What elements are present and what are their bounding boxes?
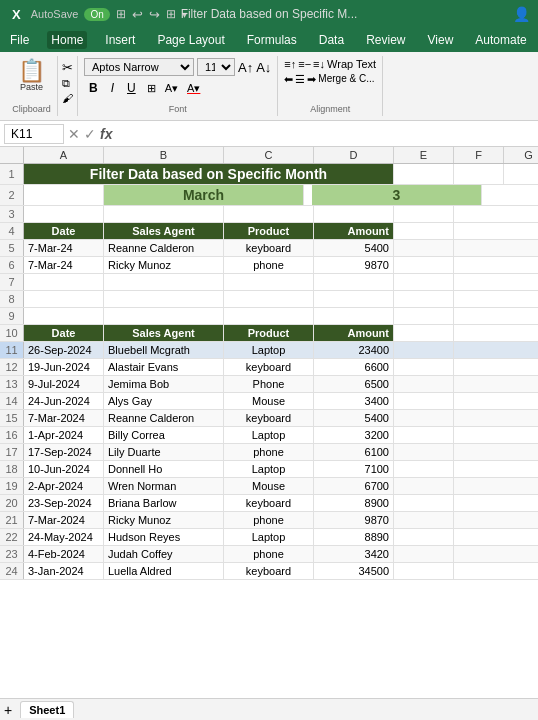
cell-23b[interactable]: Judah Coffey xyxy=(104,546,224,562)
cell-16d[interactable]: 3200 xyxy=(314,427,394,443)
autosave-toggle[interactable]: On xyxy=(84,8,109,21)
month-number-cell[interactable]: 3 xyxy=(312,185,482,205)
align-middle-icon[interactable]: ≡− xyxy=(298,58,311,70)
align-left-icon[interactable]: ⬅ xyxy=(284,73,293,86)
cell-22b[interactable]: Hudson Reyes xyxy=(104,529,224,545)
cell-19c[interactable]: Mouse xyxy=(224,478,314,494)
cell-4e[interactable] xyxy=(394,223,454,239)
cell-11d[interactable]: 23400 xyxy=(314,342,394,358)
cell-12b[interactable]: Alastair Evans xyxy=(104,359,224,375)
cell-17a[interactable]: 17-Sep-2024 xyxy=(24,444,104,460)
cell-13b[interactable]: Jemima Bob xyxy=(104,376,224,392)
format-painter-icon[interactable]: 🖌 xyxy=(62,92,73,104)
align-center-icon[interactable]: ☰ xyxy=(295,73,305,86)
header-product-2[interactable]: Product xyxy=(224,325,314,341)
user-icon[interactable]: 👤 xyxy=(513,6,530,22)
cell-9c[interactable] xyxy=(224,308,314,324)
cell-9a[interactable] xyxy=(24,308,104,324)
cell-17e[interactable] xyxy=(394,444,454,460)
menu-page-layout[interactable]: Page Layout xyxy=(153,31,228,49)
cell-24d[interactable]: 34500 xyxy=(314,563,394,579)
col-header-f[interactable]: F xyxy=(454,147,504,163)
cell-18b[interactable]: Donnell Ho xyxy=(104,461,224,477)
paste-button[interactable]: 📋 Paste xyxy=(12,58,51,94)
cell-13c[interactable]: Phone xyxy=(224,376,314,392)
menu-insert[interactable]: Insert xyxy=(101,31,139,49)
cell-17b[interactable]: Lily Duarte xyxy=(104,444,224,460)
cut-icon[interactable]: ✂ xyxy=(62,60,73,75)
cell-22c[interactable]: Laptop xyxy=(224,529,314,545)
col-header-a[interactable]: A xyxy=(24,147,104,163)
cell-9e[interactable] xyxy=(394,308,454,324)
cell-18a[interactable]: 10-Jun-2024 xyxy=(24,461,104,477)
add-sheet-button[interactable]: + xyxy=(4,702,12,718)
formula-input[interactable] xyxy=(116,126,534,142)
cell-22e[interactable] xyxy=(394,529,454,545)
sheet-tab-1[interactable]: Sheet1 xyxy=(20,701,74,718)
cell-reference-input[interactable] xyxy=(4,124,64,144)
title-cell[interactable]: Filter Data based on Specific Month xyxy=(24,164,394,184)
menu-file[interactable]: File xyxy=(6,31,33,49)
border-icon[interactable]: ⊞ xyxy=(144,81,159,96)
cell-21e[interactable] xyxy=(394,512,454,528)
cell-5c[interactable]: keyboard xyxy=(224,240,314,256)
cell-7a[interactable] xyxy=(24,274,104,290)
col-header-e[interactable]: E xyxy=(394,147,454,163)
cell-2a[interactable] xyxy=(24,185,104,205)
cell-20e[interactable] xyxy=(394,495,454,511)
font-size-select[interactable]: 11 xyxy=(197,58,235,76)
copy-icon[interactable]: ⧉ xyxy=(62,77,73,90)
cell-20d[interactable]: 8900 xyxy=(314,495,394,511)
cell-15e[interactable] xyxy=(394,410,454,426)
cell-24c[interactable]: keyboard xyxy=(224,563,314,579)
menu-data[interactable]: Data xyxy=(315,31,348,49)
cell-23e[interactable] xyxy=(394,546,454,562)
toolbar-more[interactable]: ⊞ xyxy=(166,7,176,21)
cell-8e[interactable] xyxy=(394,291,454,307)
cell-1f[interactable] xyxy=(454,164,504,184)
cell-11c[interactable]: Laptop xyxy=(224,342,314,358)
cell-3c[interactable] xyxy=(224,206,314,222)
cell-18d[interactable]: 7100 xyxy=(314,461,394,477)
menu-formulas[interactable]: Formulas xyxy=(243,31,301,49)
cell-16b[interactable]: Billy Correa xyxy=(104,427,224,443)
cell-19e[interactable] xyxy=(394,478,454,494)
undo-btn[interactable]: ↩ xyxy=(132,7,143,22)
cell-6e[interactable] xyxy=(394,257,454,273)
col-header-b[interactable]: B xyxy=(104,147,224,163)
cell-3a[interactable] xyxy=(24,206,104,222)
cell-8c[interactable] xyxy=(224,291,314,307)
cell-23d[interactable]: 3420 xyxy=(314,546,394,562)
cell-3b[interactable] xyxy=(104,206,224,222)
cell-7e[interactable] xyxy=(394,274,454,290)
cell-22a[interactable]: 24-May-2024 xyxy=(24,529,104,545)
cell-14a[interactable]: 24-Jun-2024 xyxy=(24,393,104,409)
cell-5e[interactable] xyxy=(394,240,454,256)
formula-confirm-icon[interactable]: ✓ xyxy=(84,126,96,142)
cell-12a[interactable]: 19-Jun-2024 xyxy=(24,359,104,375)
cell-11e[interactable] xyxy=(394,342,454,358)
fill-color-icon[interactable]: A▾ xyxy=(162,81,181,96)
cell-6d[interactable]: 9870 xyxy=(314,257,394,273)
header-amount-2[interactable]: Amount xyxy=(314,325,394,341)
wrap-text-button[interactable]: Wrap Text xyxy=(327,58,376,70)
merge-center-button[interactable]: Merge & C... xyxy=(318,73,374,86)
header-date-1[interactable]: Date xyxy=(24,223,104,239)
menu-automate[interactable]: Automate xyxy=(471,31,530,49)
cell-14c[interactable]: Mouse xyxy=(224,393,314,409)
cell-9d[interactable] xyxy=(314,308,394,324)
cell-9b[interactable] xyxy=(104,308,224,324)
cell-18e[interactable] xyxy=(394,461,454,477)
align-right-icon[interactable]: ➡ xyxy=(307,73,316,86)
cell-3d[interactable] xyxy=(314,206,394,222)
cell-14b[interactable]: Alys Gay xyxy=(104,393,224,409)
cell-17d[interactable]: 6100 xyxy=(314,444,394,460)
cell-7d[interactable] xyxy=(314,274,394,290)
cell-21d[interactable]: 9870 xyxy=(314,512,394,528)
cell-13a[interactable]: 9-Jul-2024 xyxy=(24,376,104,392)
cell-24a[interactable]: 3-Jan-2024 xyxy=(24,563,104,579)
cell-19a[interactable]: 2-Apr-2024 xyxy=(24,478,104,494)
cell-20a[interactable]: 23-Sep-2024 xyxy=(24,495,104,511)
cell-23a[interactable]: 4-Feb-2024 xyxy=(24,546,104,562)
cell-8d[interactable] xyxy=(314,291,394,307)
